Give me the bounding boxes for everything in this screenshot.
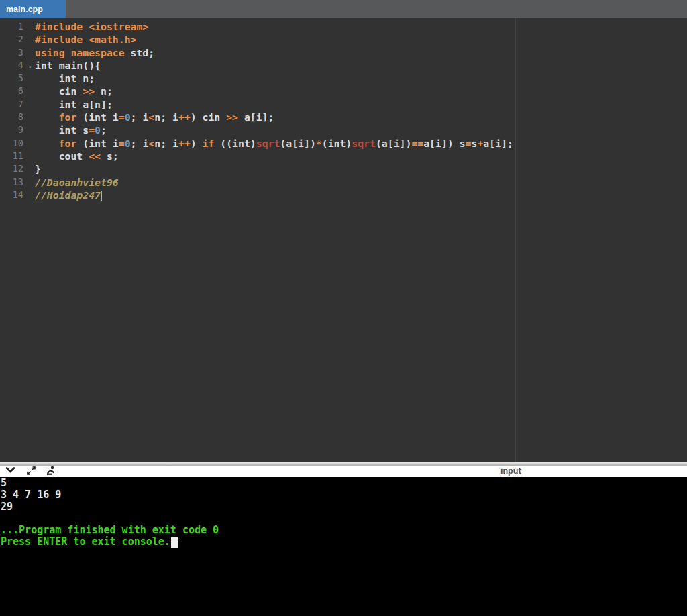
code-text: //Daoanhviet96	[32, 176, 119, 189]
code-line[interactable]: 13//Daoanhviet96	[0, 176, 687, 189]
code-line[interactable]: 8 for (int i=0; i<n; i++) cin >> a[i];	[0, 111, 687, 123]
code-text: }	[32, 162, 41, 175]
code-text: for (int i=0; i<n; i++) cin >> a[i];	[32, 111, 274, 123]
line-number: 8	[0, 111, 32, 123]
code-line[interactable]: 2#include <math.h>	[0, 33, 687, 46]
line-number: 6	[0, 85, 32, 97]
console-status-line: Press ENTER to exit console.	[1, 536, 687, 548]
console-stdout-line: 3 4 7 16 9	[1, 489, 687, 501]
code-editor[interactable]: 1#include <iostream>2#include <math.h>3u…	[0, 18, 687, 462]
code-lines: 1#include <iostream>2#include <math.h>3u…	[0, 18, 687, 201]
code-text: int n;	[32, 72, 95, 85]
console-stdout-line	[1, 513, 687, 524]
code-line[interactable]: 3using namespace std;	[0, 46, 687, 59]
line-number: 7	[0, 98, 32, 111]
line-number: 12	[0, 162, 32, 175]
console-stdout-line: 5	[1, 478, 687, 489]
code-line[interactable]: 4▾int main(){	[0, 59, 687, 72]
code-text: #include <math.h>	[32, 33, 136, 46]
expand-icon[interactable]	[26, 466, 36, 476]
code-line[interactable]: 10 for (int i=0; i<n; i++) if ((int)sqrt…	[0, 137, 687, 150]
code-line[interactable]: 6 cin >> n;	[0, 85, 687, 97]
code-line[interactable]: 5 int n;	[0, 72, 687, 85]
code-text: for (int i=0; i<n; i++) if ((int)sqrt(a[…	[32, 137, 513, 150]
code-line[interactable]: 12}	[0, 162, 687, 175]
console-status-line: ...Program finished with exit code 0	[1, 525, 687, 536]
line-number: 14	[0, 189, 32, 201]
code-text: using namespace std;	[32, 46, 154, 59]
editor-text-cursor	[101, 191, 102, 201]
code-line[interactable]: 7 int a[n];	[0, 98, 687, 111]
line-number: 11	[0, 150, 32, 162]
tab-main-cpp[interactable]: main.cpp	[0, 0, 66, 18]
code-text: int main(){	[32, 59, 101, 72]
code-text: cout << s;	[32, 150, 119, 162]
code-line[interactable]: 11 cout << s;	[0, 150, 687, 162]
code-text: #include <iostream>	[32, 20, 148, 33]
line-number: 13	[0, 176, 32, 189]
tab-bar: main.cpp	[0, 0, 687, 18]
tab-label: main.cpp	[6, 5, 43, 14]
code-line[interactable]: 14//Hoidap247	[0, 189, 687, 201]
line-number: 2	[0, 33, 32, 46]
console-block-cursor	[171, 537, 178, 548]
chevron-down-icon[interactable]	[5, 466, 15, 474]
console-output[interactable]: 53 4 7 16 929...Program finished with ex…	[0, 477, 687, 616]
line-number: 9	[0, 123, 32, 136]
line-number: 4▾	[0, 59, 32, 72]
code-text: cin >> n;	[32, 85, 113, 97]
line-number: 3	[0, 46, 32, 59]
line-number: 10	[0, 137, 32, 150]
code-line[interactable]: 9 int s=0;	[0, 123, 687, 136]
console-toolbar: input	[0, 466, 687, 477]
code-text: int a[n];	[32, 98, 113, 111]
line-number: 5	[0, 72, 32, 85]
console-stdout-line: 29	[1, 501, 687, 513]
code-line[interactable]: 1#include <iostream>	[0, 20, 687, 33]
line-number: 1	[0, 20, 32, 33]
user-typing-icon[interactable]	[45, 466, 56, 476]
code-text: //Hoidap247	[32, 189, 102, 201]
console-input-label: input	[500, 466, 521, 476]
code-text: int s=0;	[32, 123, 107, 136]
